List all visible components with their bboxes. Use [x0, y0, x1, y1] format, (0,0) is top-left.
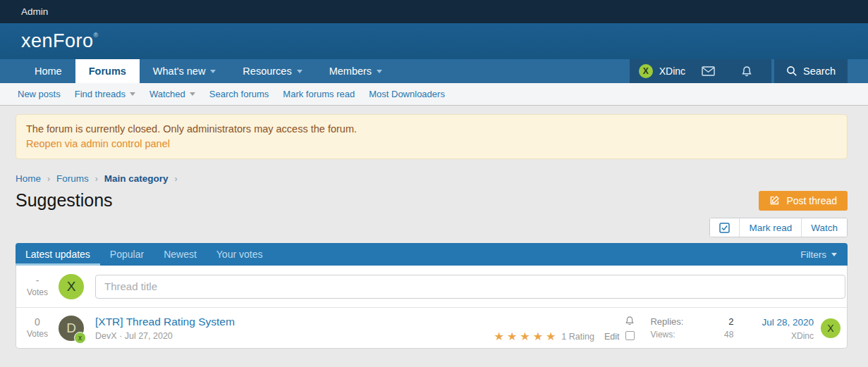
edit-pencil-icon [769, 195, 780, 206]
replies-label: Replies: [650, 316, 683, 327]
user-name[interactable]: XDinc [659, 66, 685, 77]
user-avatar[interactable]: X [639, 64, 653, 78]
bell-icon [625, 316, 635, 326]
votes-label: Votes [16, 329, 59, 340]
tab-newest[interactable]: Newest [154, 243, 207, 266]
quick-thread-row: - Votes X [16, 266, 847, 308]
votes-cell: - Votes [16, 275, 59, 298]
tab-latest-updates[interactable]: Latest updates [16, 243, 100, 266]
watch-thread-button[interactable] [625, 316, 635, 326]
title-row: Suggestions Post thread [16, 190, 848, 211]
breadcrumb-separator: › [47, 174, 50, 184]
bell-icon [741, 66, 752, 77]
nav-tab-resources[interactable]: Resources [229, 59, 315, 83]
post-thread-button[interactable]: Post thread [759, 191, 848, 211]
breadcrumb-main-category[interactable]: Main category [104, 173, 169, 184]
nav-tab-whats-new[interactable]: What's new [140, 59, 230, 83]
thread-rating: ★★★★★ 1 Rating Edit [494, 332, 620, 342]
replies-value: 2 [683, 316, 733, 327]
breadcrumb-forums[interactable]: Forums [56, 173, 89, 184]
last-post-user: XDinc [762, 331, 814, 341]
breadcrumb-home[interactable]: Home [16, 173, 41, 184]
star-rating-icons: ★★★★★ [494, 332, 559, 342]
forum-closed-notice: The forum is currently closed. Only admi… [16, 114, 848, 159]
actions-row: Mark read Watch [16, 218, 848, 237]
breadcrumb-separator: › [175, 174, 178, 184]
envelope-icon [702, 66, 715, 76]
subnav-watched[interactable]: Watched [142, 89, 202, 99]
thread-select-checkbox[interactable] [625, 331, 635, 340]
site-header: xenForo® [0, 23, 868, 59]
alerts-button[interactable] [731, 66, 762, 77]
filters-button[interactable]: Filters [790, 243, 848, 266]
thread-row: 0 Votes D x [XTR] Thread Rating System D… [16, 308, 847, 348]
thread-main: [XTR] Thread Rating System DevX · Jul 27… [95, 316, 494, 341]
avatar-badge: x [74, 332, 86, 344]
xenforo-logo[interactable]: xenForo® [21, 30, 99, 52]
rating-count-label: 1 Rating [561, 332, 594, 342]
nav-right: X XDinc Search [630, 59, 848, 83]
votes-cell: 0 Votes [16, 317, 59, 340]
account-menu[interactable]: X XDinc [630, 59, 771, 83]
last-post-text: Jul 28, 2020 XDinc [762, 316, 814, 341]
reopen-admin-link[interactable]: Reopen via admin control panel [26, 137, 170, 151]
votes-label: Votes [16, 287, 59, 298]
chevron-down-icon [831, 253, 837, 256]
views-label: Views: [650, 330, 683, 340]
conversations-button[interactable] [692, 66, 725, 76]
edit-link[interactable]: Edit [604, 332, 620, 342]
chevron-down-icon [190, 92, 195, 96]
page-content: The forum is currently closed. Only admi… [0, 114, 868, 349]
select-all-checkbox[interactable] [710, 218, 740, 237]
tab-your-votes[interactable]: Your votes [207, 243, 273, 266]
watch-select-column [625, 316, 635, 340]
sub-nav: New posts Find threads Watched Search fo… [0, 83, 868, 106]
checkbox-checked-icon [719, 223, 730, 233]
main-nav: Home Forums What's new Resources Members… [0, 59, 868, 83]
views-value: 48 [683, 330, 733, 340]
nav-tab-home[interactable]: Home [21, 59, 75, 83]
chevron-down-icon [130, 92, 135, 96]
admin-link[interactable]: Admin [21, 6, 48, 17]
thread-list: - Votes X 0 Votes D x [XTR] Thread Ratin… [16, 266, 848, 349]
nav-tab-forums[interactable]: Forums [75, 59, 140, 83]
subnav-new-posts[interactable]: New posts [11, 89, 68, 99]
votes-value: - [16, 275, 59, 286]
subnav-find-threads[interactable]: Find threads [68, 89, 142, 99]
watch-button[interactable]: Watch [802, 218, 847, 237]
notice-message: The forum is currently closed. Only admi… [26, 122, 837, 137]
last-post-avatar[interactable]: X [821, 318, 841, 338]
thread-author-date: DevX · Jul 27, 2020 [95, 331, 494, 341]
page-title: Suggestions [16, 190, 113, 211]
subnav-search-forums[interactable]: Search forums [202, 89, 276, 99]
mark-read-button[interactable]: Mark read [740, 218, 802, 237]
thread-author-avatar[interactable]: D x [59, 316, 84, 341]
admin-bar: Admin [0, 0, 868, 23]
thread-title-link[interactable]: [XTR] Thread Rating System [95, 316, 235, 328]
thread-stats: Replies: 2 Views: 48 [650, 316, 733, 340]
last-post-date-link[interactable]: Jul 28, 2020 [762, 317, 814, 328]
thread-actions-group: Mark read Watch [709, 218, 848, 237]
search-button[interactable]: Search [774, 59, 848, 83]
nav-tab-members[interactable]: Members [316, 59, 396, 83]
subnav-mark-forums-read[interactable]: Mark forums read [276, 89, 362, 99]
last-post: Jul 28, 2020 XDinc X [762, 316, 841, 341]
tab-popular[interactable]: Popular [100, 243, 154, 266]
votes-value: 0 [16, 317, 59, 328]
current-user-avatar[interactable]: X [59, 274, 84, 299]
thread-list-tabs: Latest updates Popular Newest Your votes… [16, 243, 848, 266]
chevron-down-icon [297, 70, 302, 73]
breadcrumb: Home › Forums › Main category › [16, 173, 848, 184]
registered-mark: ® [94, 32, 99, 39]
chevron-down-icon [377, 70, 382, 73]
subnav-most-downloaders[interactable]: Most Downloaders [362, 89, 452, 99]
breadcrumb-separator: › [95, 174, 98, 184]
thread-title-input[interactable] [95, 275, 845, 299]
chevron-down-icon [210, 70, 216, 73]
search-icon [786, 66, 797, 77]
